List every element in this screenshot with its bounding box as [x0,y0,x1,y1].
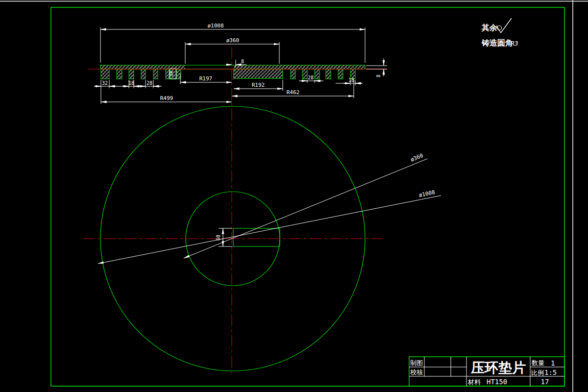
part-title: 压环垫片 [470,360,526,376]
dim-dia360-text: ø360 [226,37,240,44]
right-rib-teeth [291,69,355,79]
leader-dia1008-line [98,196,441,264]
dim-28-left-text: 28 [147,80,152,86]
scale-label: 比例 [531,369,544,376]
dim-dia1008 [100,27,365,63]
engineering-drawing: 其余 铸造圆角 R3 [0,0,588,392]
dim-offset8-text: 8 [241,59,244,64]
checked-by-label: 校核 [410,368,423,376]
title-block: 制图 校核 压环垫片 数量 1 比例 1:5 材料 HT150 17 [409,357,564,386]
dim-r192-text: R192 [252,82,265,88]
rest-label: 其余 [481,23,497,32]
dim-dia1008-text: ø1008 [207,23,223,29]
dim-18-left-text: 18 [128,80,134,86]
qty-value: 1 [551,359,555,367]
center-boss-section [234,69,283,78]
surface-roughness-icon [496,18,512,33]
dim-r197-text: R197 [199,75,213,82]
sheet-value: 17 [541,378,549,386]
dim-r499-text: R499 [160,95,173,101]
cast-fillet-value: R3 [511,40,518,47]
drawing-frame [51,7,564,386]
dim-18-right-text: 18 [348,77,354,83]
dim-r462-text: R462 [287,89,300,96]
scale-value: 1:5 [544,368,557,376]
leader-dia360-line [184,159,427,258]
material-label: 材料 [467,378,481,386]
qty-label: 数量 [531,359,544,367]
cad-drawing-canvas: 其余 铸造圆角 R3 [0,0,588,392]
plate-hatch-right [234,65,365,69]
dim-thickness8-text: 8 [376,74,381,77]
leader-dia360-text: ø360 [410,152,424,163]
surface-finish-note: 其余 铸造圆角 R3 [481,18,518,48]
dim-32-text: 32 [102,80,108,86]
dim-28-right-text: 28 [308,75,314,80]
section-view: 34 ø1008 ø360 8 R197 R192 [88,23,387,104]
center-slot [233,228,280,246]
material-value: HT150 [487,378,507,386]
drawn-by-label: 制图 [410,359,423,367]
dim-34: 34 [169,71,174,77]
cast-fillet-label: 铸造圆角 [481,38,513,48]
dim-thickness8 [366,58,387,76]
dim-dia360 [185,42,279,64]
